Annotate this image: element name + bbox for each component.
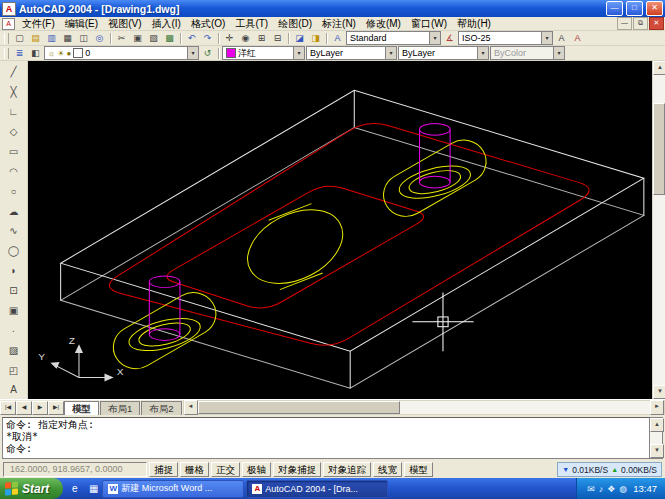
new-file-icon[interactable]: ▢ bbox=[12, 32, 27, 45]
ellipse-icon[interactable]: ◯ bbox=[3, 242, 24, 260]
undo-icon[interactable]: ↶ bbox=[184, 32, 199, 45]
menu-help[interactable]: 帮助(H) bbox=[452, 17, 496, 31]
maximize-button[interactable]: □ bbox=[626, 1, 643, 16]
scroll-right-icon[interactable]: ► bbox=[650, 400, 664, 415]
properties-icon[interactable]: ◪ bbox=[292, 32, 307, 45]
tab-layout1[interactable]: 布局1 bbox=[100, 401, 140, 415]
vertical-scroll-thumb[interactable] bbox=[653, 103, 665, 195]
open-file-icon[interactable]: ▤ bbox=[28, 32, 43, 45]
save-icon[interactable]: ▥ bbox=[44, 32, 59, 45]
tab-prev-icon[interactable]: ◀ bbox=[16, 401, 32, 415]
tray-mail-icon[interactable]: ✉ bbox=[587, 484, 595, 494]
dim-style-combo[interactable]: ISO-25 ▾ bbox=[458, 31, 553, 45]
make-block-icon[interactable]: ▣ bbox=[3, 302, 24, 320]
drawing-canvas[interactable]: Z X Y bbox=[28, 61, 652, 399]
doc-minimize-button[interactable]: — bbox=[617, 17, 632, 30]
text-style-icon[interactable]: A bbox=[330, 32, 345, 45]
tab-next-icon[interactable]: ▶ bbox=[32, 401, 48, 415]
single-text-icon[interactable]: A bbox=[554, 32, 569, 45]
find-icon[interactable]: ◎ bbox=[92, 32, 107, 45]
doc-close-button[interactable]: ✕ bbox=[649, 17, 664, 30]
zoom-window-icon[interactable]: ⊞ bbox=[254, 32, 269, 45]
chevron-down-icon[interactable]: ▾ bbox=[477, 47, 488, 59]
close-button[interactable]: ✕ bbox=[646, 1, 663, 16]
tab-model[interactable]: 模型 bbox=[64, 401, 99, 415]
grid-toggle[interactable]: 栅格 bbox=[180, 462, 209, 477]
toolbar-grip[interactable] bbox=[4, 33, 9, 44]
lineweight-combo[interactable]: ByLayer ▾ bbox=[398, 46, 489, 60]
spline-icon[interactable]: ∿ bbox=[3, 222, 24, 240]
chevron-down-icon[interactable]: ▾ bbox=[541, 32, 552, 44]
revcloud-icon[interactable]: ☁ bbox=[3, 202, 24, 220]
pan-icon[interactable]: ✛ bbox=[222, 32, 237, 45]
chevron-down-icon[interactable]: ▾ bbox=[187, 47, 198, 59]
menu-format[interactable]: 格式(O) bbox=[186, 17, 230, 31]
vertical-scrollbar[interactable]: ▲ ▼ bbox=[652, 61, 665, 399]
mtext-tool-icon[interactable]: A bbox=[570, 32, 585, 45]
hatch-icon[interactable]: ▨ bbox=[3, 341, 24, 359]
polar-toggle[interactable]: 极轴 bbox=[242, 462, 271, 477]
layer-previous-icon[interactable]: ↺ bbox=[200, 47, 215, 60]
task-word[interactable]: W 新建 Microsoft Word ... bbox=[102, 480, 244, 498]
plot-icon[interactable]: ▦ bbox=[60, 32, 75, 45]
tab-layout2[interactable]: 布局2 bbox=[141, 401, 181, 415]
minimize-button[interactable]: — bbox=[606, 1, 623, 16]
scroll-down-icon[interactable]: ▼ bbox=[653, 385, 665, 399]
chevron-down-icon[interactable]: ▾ bbox=[429, 32, 440, 44]
zoom-realtime-icon[interactable]: ◉ bbox=[238, 32, 253, 45]
text-style-combo[interactable]: Standard ▾ bbox=[346, 31, 441, 45]
task-autocad[interactable]: A AutoCAD 2004 - [Dra... bbox=[246, 480, 388, 498]
layer-states-icon[interactable]: ◧ bbox=[28, 47, 43, 60]
model-toggle[interactable]: 模型 bbox=[404, 462, 433, 477]
match-properties-icon[interactable]: ▩ bbox=[162, 32, 177, 45]
cut-icon[interactable]: ✂ bbox=[114, 32, 129, 45]
quicklaunch-desktop-icon[interactable]: ▦ bbox=[86, 481, 101, 496]
tray-antivirus-icon[interactable]: ❖ bbox=[607, 484, 615, 494]
rectangle-icon[interactable]: ▭ bbox=[3, 143, 24, 161]
menu-view[interactable]: 视图(V) bbox=[103, 17, 146, 31]
command-input[interactable]: 命令: 指定对角点: *取消* 命令: bbox=[2, 417, 650, 459]
toolbar-grip[interactable] bbox=[4, 48, 9, 59]
copy-icon[interactable]: ▣ bbox=[130, 32, 145, 45]
insert-block-icon[interactable]: ⊡ bbox=[3, 282, 24, 300]
menu-window[interactable]: 窗口(W) bbox=[406, 17, 452, 31]
plot-preview-icon[interactable]: ◫ bbox=[76, 32, 91, 45]
chevron-down-icon[interactable]: ▾ bbox=[293, 47, 304, 59]
tray-network-icon[interactable]: ◍ bbox=[619, 484, 627, 494]
menu-modify[interactable]: 修改(M) bbox=[361, 17, 406, 31]
snap-toggle[interactable]: 捕捉 bbox=[149, 462, 178, 477]
doc-restore-button[interactable]: ⧉ bbox=[633, 17, 648, 30]
scroll-left-icon[interactable]: ◄ bbox=[184, 400, 198, 415]
construction-line-icon[interactable]: ╳ bbox=[3, 83, 24, 101]
chevron-down-icon[interactable]: ▾ bbox=[385, 47, 396, 59]
polygon-icon[interactable]: ◇ bbox=[3, 123, 24, 141]
lineweight-toggle[interactable]: 线宽 bbox=[373, 462, 402, 477]
scroll-up-icon[interactable]: ▲ bbox=[650, 418, 664, 432]
region-icon[interactable]: ◰ bbox=[3, 361, 24, 379]
menu-tools[interactable]: 工具(T) bbox=[230, 17, 273, 31]
tab-first-icon[interactable]: |◀ bbox=[0, 401, 16, 415]
ortho-toggle[interactable]: 正交 bbox=[211, 462, 240, 477]
menu-edit[interactable]: 编辑(E) bbox=[60, 17, 103, 31]
paste-icon[interactable]: ▧ bbox=[146, 32, 161, 45]
tray-volume-icon[interactable]: ♪ bbox=[599, 484, 604, 494]
menu-draw[interactable]: 绘图(D) bbox=[273, 17, 317, 31]
dim-style-icon[interactable]: ∡ bbox=[442, 32, 457, 45]
otrack-toggle[interactable]: 对象追踪 bbox=[323, 462, 371, 477]
osnap-toggle[interactable]: 对象捕捉 bbox=[273, 462, 321, 477]
designcenter-icon[interactable]: ◨ bbox=[308, 32, 323, 45]
arc-icon[interactable]: ◠ bbox=[3, 162, 24, 180]
scroll-up-icon[interactable]: ▲ bbox=[653, 61, 665, 75]
quicklaunch-browser-icon[interactable]: e bbox=[67, 481, 82, 496]
polyline-icon[interactable]: ∟ bbox=[3, 103, 24, 121]
menu-file[interactable]: 文件(F) bbox=[17, 17, 60, 31]
circle-icon[interactable]: ○ bbox=[3, 182, 24, 200]
horizontal-scrollbar[interactable]: ◄ ► bbox=[183, 400, 665, 415]
command-scrollbar[interactable]: ▲ ▼ bbox=[650, 417, 663, 459]
menu-insert[interactable]: 插入(I) bbox=[146, 17, 185, 31]
linetype-combo[interactable]: ByLayer ▾ bbox=[306, 46, 397, 60]
zoom-previous-icon[interactable]: ⊟ bbox=[270, 32, 285, 45]
start-button[interactable]: Start bbox=[0, 478, 63, 499]
menu-dimension[interactable]: 标注(N) bbox=[317, 17, 361, 31]
redo-icon[interactable]: ↷ bbox=[200, 32, 215, 45]
